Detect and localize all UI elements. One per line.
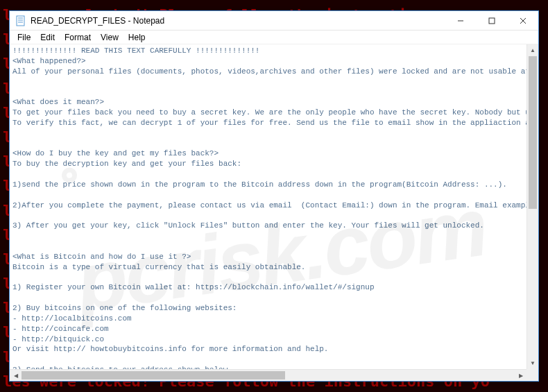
notepad-window: READ_DECRYPT_FILES - Notepad File Edit F… xyxy=(9,10,539,382)
scroll-down-icon[interactable]: ▼ xyxy=(527,357,538,369)
text-content[interactable]: !!!!!!!!!!!!!! READ THIS TEXT CAREFULLY … xyxy=(10,44,526,369)
menu-format[interactable]: Format xyxy=(60,32,96,43)
close-button[interactable] xyxy=(507,11,538,31)
minimize-button[interactable] xyxy=(445,11,476,31)
scroll-track-v[interactable] xyxy=(527,56,538,357)
titlebar[interactable]: READ_DECRYPT_FILES - Notepad xyxy=(10,11,538,31)
scroll-up-icon[interactable]: ▲ xyxy=(527,44,538,56)
scroll-track-h[interactable] xyxy=(22,370,515,381)
scroll-thumb-h[interactable] xyxy=(22,371,285,380)
bottom-scroll-row: ◀ ▶ xyxy=(10,369,538,381)
scroll-corner xyxy=(526,369,538,381)
vertical-scrollbar[interactable]: ▲ ▼ xyxy=(526,44,538,369)
scroll-thumb-v[interactable] xyxy=(529,56,537,209)
svg-rect-0 xyxy=(17,16,24,26)
scroll-left-icon[interactable]: ◀ xyxy=(10,370,22,381)
window-controls xyxy=(445,11,538,30)
maximize-button[interactable] xyxy=(476,11,507,31)
menu-help[interactable]: Help xyxy=(123,32,151,43)
menu-file[interactable]: File xyxy=(12,32,35,43)
horizontal-scrollbar[interactable]: ◀ ▶ xyxy=(10,369,526,381)
menu-edit[interactable]: Edit xyxy=(35,32,60,43)
notepad-icon xyxy=(15,15,26,26)
svg-rect-5 xyxy=(489,18,495,24)
scroll-right-icon[interactable]: ▶ xyxy=(515,370,526,381)
editor-area: !!!!!!!!!!!!!! READ THIS TEXT CAREFULLY … xyxy=(10,44,538,369)
menu-view[interactable]: View xyxy=(96,32,123,43)
menubar: File Edit Format View Help xyxy=(10,31,538,44)
window-title: READ_DECRYPT_FILES - Notepad xyxy=(31,16,445,26)
